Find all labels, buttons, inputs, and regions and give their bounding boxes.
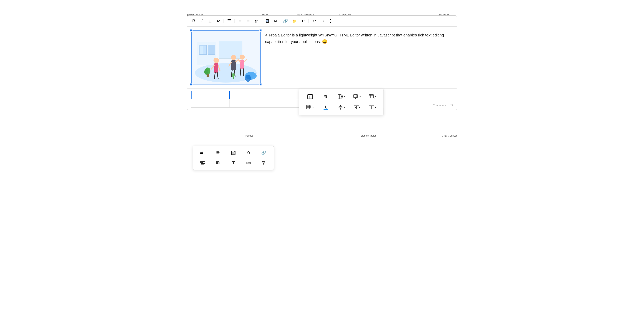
handle-tl[interactable]	[190, 29, 192, 32]
table-delete-btn[interactable]	[318, 92, 332, 101]
more-options-button[interactable]: ⋮	[327, 18, 334, 25]
editor-body-text: Froala Editor is a lightweight WYSIWYG H…	[265, 33, 444, 44]
img-wrap-btn[interactable]	[196, 159, 210, 167]
svg-point-102	[355, 107, 356, 108]
img-align-btn[interactable]: ☰▾	[212, 149, 225, 157]
table-style-star-btn[interactable]: ▾	[366, 92, 380, 101]
elegant-tables-label: Elegant tables	[360, 134, 376, 137]
separator-2	[234, 19, 235, 23]
svg-rect-11	[219, 41, 242, 59]
svg-rect-25	[240, 60, 244, 69]
svg-rect-92	[324, 109, 328, 110]
img-ruler-btn[interactable]	[242, 159, 255, 167]
table-icon-btn[interactable]	[303, 92, 317, 101]
align-button[interactable]: ☰	[226, 18, 232, 25]
image-container[interactable]	[191, 31, 260, 85]
svg-point-36	[232, 73, 235, 77]
svg-rect-75	[354, 95, 358, 98]
separator-4	[308, 19, 309, 23]
img-text-btn[interactable]: T	[226, 159, 240, 167]
link-button[interactable]: 🔗	[282, 18, 290, 25]
svg-rect-19	[231, 60, 236, 70]
svg-rect-0	[266, 20, 268, 23]
table-cell-active[interactable]	[191, 91, 230, 99]
editor-content: ✈Froala Editor is a lightweight WYSIWYG …	[187, 27, 457, 88]
align-right-button[interactable]: ≡	[245, 18, 252, 25]
image-popup-toolbar: ⇄ ☰▾ 🔗	[193, 146, 274, 170]
svg-rect-10	[208, 45, 215, 55]
undo-button[interactable]: ↩	[311, 18, 318, 25]
img-delete-btn[interactable]	[242, 149, 255, 157]
popups-label: Popups	[245, 134, 254, 137]
img-link-btn[interactable]: 🔗	[257, 149, 270, 157]
img-size-btn[interactable]	[226, 149, 240, 157]
img-settings-btn[interactable]	[257, 159, 270, 167]
redo-button[interactable]: ↪	[319, 18, 326, 25]
insert-col-after-btn[interactable]: ▾	[334, 92, 348, 101]
svg-rect-39	[232, 152, 234, 154]
cell-align-btn[interactable]: ▾	[350, 103, 364, 112]
track-changes-button[interactable]	[264, 18, 272, 25]
svg-marker-91	[324, 106, 327, 109]
cell-bg-btn[interactable]	[318, 103, 332, 112]
svg-rect-62	[308, 95, 312, 99]
svg-rect-9	[203, 46, 206, 54]
handle-tr[interactable]	[259, 29, 262, 32]
main-toolbar: B i U A: ☰ ≡ ≡ ¶:	[187, 16, 457, 27]
folder-button[interactable]: 📁	[290, 18, 298, 25]
table-cell-6[interactable]	[191, 99, 230, 108]
table-cell-7[interactable]	[230, 99, 268, 108]
paragraph-button[interactable]: ¶:	[253, 18, 260, 25]
img-replace-btn[interactable]: ⇄	[196, 149, 210, 157]
markdown-button[interactable]: M↓	[273, 18, 280, 25]
svg-point-59	[262, 161, 264, 162]
insert-row-after-btn[interactable]: ▾	[350, 92, 364, 101]
svg-point-34	[245, 75, 251, 82]
text-cursor	[193, 93, 193, 97]
svg-text:⇄: ⇄	[200, 151, 204, 155]
insert-button[interactable]: +:	[300, 18, 306, 25]
svg-rect-42	[200, 161, 203, 163]
char-counter: Characters : 143	[433, 104, 453, 107]
send-icon: ✈	[265, 33, 268, 38]
text-content: ✈Froala Editor is a lightweight WYSIWYG …	[265, 31, 453, 85]
editor-text: ✈Froala Editor is a lightweight WYSIWYG …	[265, 32, 453, 45]
svg-rect-13	[214, 63, 218, 73]
svg-point-18	[231, 55, 236, 60]
handle-br[interactable]	[259, 83, 262, 86]
cell-style-star-btn[interactable]: ▾	[366, 103, 380, 112]
font-color-button[interactable]: A:	[215, 18, 222, 25]
table-opts-btn[interactable]: ▾	[303, 103, 317, 112]
svg-point-60	[264, 162, 265, 163]
img-caption-btn[interactable]	[212, 159, 225, 167]
align-left-button[interactable]: ≡	[237, 18, 244, 25]
svg-rect-86	[306, 105, 311, 109]
insert-above-below-btn[interactable]: ▾	[334, 103, 348, 112]
handle-bl[interactable]	[190, 83, 192, 86]
separator-1	[224, 19, 224, 23]
svg-rect-8	[200, 46, 203, 54]
char-counter-label: Char Counter	[442, 134, 457, 137]
svg-point-12	[214, 58, 219, 63]
svg-point-61	[263, 164, 264, 165]
underline-button[interactable]: U	[206, 18, 214, 25]
table-popup-toolbar: ▾ ▾	[299, 89, 384, 115]
table-cell-2[interactable]	[230, 91, 268, 99]
svg-point-24	[240, 55, 245, 60]
italic-button[interactable]: i	[198, 18, 206, 25]
bold-button[interactable]: B	[190, 18, 197, 25]
svg-rect-81	[369, 95, 374, 98]
editor-emoji: 😀	[322, 39, 327, 44]
separator-3	[262, 19, 262, 23]
svg-rect-93	[339, 107, 342, 108]
svg-point-32	[204, 69, 208, 75]
